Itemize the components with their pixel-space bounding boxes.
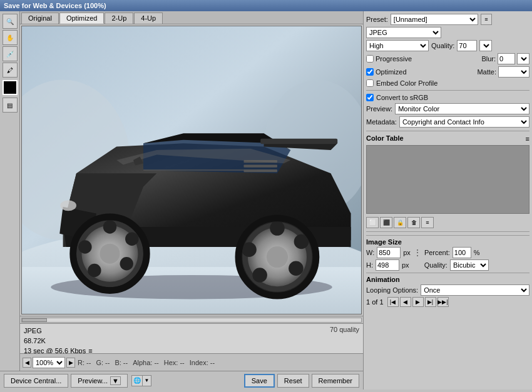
eyedropper-tool[interactable]: 💉 [3, 46, 18, 61]
svg-point-34 [252, 268, 267, 283]
w-label: W: [366, 249, 374, 256]
ct-lock-btn[interactable]: 🔒 [394, 217, 406, 228]
image-size-section: Image Size W: px ⋮ Percent: % H: px Qual… [366, 235, 529, 271]
preview-select[interactable]: Monitor Color [395, 103, 529, 114]
r-value: R: -- [78, 359, 91, 366]
blur-label: Blur: [481, 55, 496, 63]
svg-point-31 [270, 221, 285, 236]
tab-2up[interactable]: 2-Up [105, 13, 133, 24]
progressive-checkbox[interactable] [366, 55, 374, 63]
svg-point-39 [60, 200, 76, 211]
size-row-h: H: px Quality: Bicubic Bilinear Nearest [366, 259, 529, 271]
anim-play-btn[interactable]: ▶ [412, 297, 424, 307]
color-profile-dropdown-icon[interactable]: ▼ [143, 375, 151, 386]
h-unit: px [402, 261, 409, 269]
bottom-bar: ◀ 100% 50% 200% ▶ R: -- G: -- B: -- Alph… [20, 353, 363, 371]
title-bar: Save for Web & Devices (100%) [0, 0, 532, 11]
eyedropper2-tool[interactable]: 🖍 [3, 63, 18, 78]
preset-select[interactable]: [Unnamed] [391, 14, 478, 25]
convert-srgb-checkbox[interactable] [366, 94, 374, 101]
percent-label: Percent: [424, 249, 450, 256]
tab-optimized[interactable]: Optimized [59, 13, 105, 24]
reset-button[interactable]: Reset [277, 374, 309, 388]
tab-original[interactable]: Original [21, 13, 59, 24]
anim-first-btn[interactable]: |◀ [387, 297, 399, 307]
preview-button[interactable]: Preview... ▼ [71, 374, 128, 388]
metadata-label: Metadata: [366, 118, 397, 126]
svg-point-23 [120, 257, 133, 270]
percent-input[interactable] [453, 247, 471, 258]
svg-point-21 [103, 220, 116, 233]
zoom-prev-btn[interactable]: ◀ [23, 358, 31, 368]
optimized-checkbox[interactable] [366, 68, 374, 76]
zoom-select[interactable]: 100% 50% 200% [33, 357, 65, 368]
foreground-background-swatch[interactable] [3, 80, 18, 95]
ct-menu-btn[interactable]: ≡ [421, 217, 434, 228]
preset-label: Preset: [366, 16, 388, 23]
ct-delete-btn[interactable]: 🗑 [407, 217, 420, 228]
anim-prev-btn[interactable]: ◀ [400, 297, 411, 307]
preview-row: Preview: Monitor Color [366, 103, 529, 114]
remember-button[interactable]: Remember [312, 374, 359, 388]
ct-select-btn[interactable]: ⬛ [380, 217, 392, 228]
optimized-matte-row: Optimized Matte: [366, 66, 529, 78]
animation-label: Animation [366, 276, 529, 283]
matte-label: Matte: [477, 68, 496, 76]
height-input[interactable] [376, 259, 399, 271]
looping-select[interactable]: Once Forever Other... [421, 284, 529, 296]
anim-last-btn[interactable]: ▶▶| [437, 297, 449, 307]
looping-label: Looping Options: [366, 286, 418, 294]
format-select[interactable]: JPEG PNG-8 PNG-24 GIF [366, 27, 441, 38]
quality-label2: Quality: [424, 261, 448, 269]
status-bar: JPEG 68.72K 13 sec @ 56.6 Kbps ≡ 70 qual… [20, 323, 363, 353]
b-value: B: -- [115, 359, 128, 366]
quality-input[interactable] [457, 40, 477, 51]
index-value: Index: -- [190, 359, 215, 366]
slice-tool[interactable]: ▤ [3, 98, 18, 113]
animation-controls: 1 of 1 |◀ ◀ ▶ ▶| ▶▶| [366, 297, 529, 307]
color-table-area [366, 145, 529, 214]
resample-select[interactable]: Bicubic Bilinear Nearest [450, 259, 489, 271]
frame-count-label: 1 of 1 [366, 298, 384, 306]
color-profile-icon[interactable]: 🌐 [131, 375, 143, 386]
width-input[interactable] [377, 247, 401, 258]
preset-menu-btn[interactable]: ≡ [481, 14, 492, 25]
quality-preset-select[interactable]: High Low Medium Maximum [366, 40, 429, 51]
format-row: JPEG PNG-8 PNG-24 GIF [366, 27, 529, 38]
color-table-label: Color Table [366, 134, 404, 142]
device-central-button[interactable]: Device Central... [4, 374, 68, 388]
save-button[interactable]: Save [244, 374, 275, 388]
tab-4up[interactable]: 4-Up [134, 13, 163, 24]
quality-label: Quality: [431, 42, 454, 49]
hex-value: Hex: -- [164, 359, 185, 366]
zoom-next-btn[interactable]: ▶ [66, 358, 75, 368]
zoom-tool[interactable]: 🔍 [3, 14, 18, 29]
quality-row: High Low Medium Maximum Quality: ▼ [366, 40, 529, 51]
hand-tool[interactable]: ✋ [3, 30, 18, 45]
preview-dropdown-icon[interactable]: ▼ [110, 376, 121, 385]
h-label: H: [366, 261, 373, 269]
horizontal-scrollbar[interactable] [20, 316, 363, 323]
status-quality: 70 quality [330, 326, 359, 333]
anim-next-btn[interactable]: ▶| [425, 297, 436, 307]
svg-point-33 [289, 261, 304, 276]
animation-section: Animation Looping Options: Once Forever … [366, 273, 529, 307]
status-size: 68.72K [24, 336, 93, 346]
channel-display: R: -- G: -- B: -- Alpha: -- Hex: -- Inde… [78, 359, 215, 366]
alpha-value: Alpha: -- [133, 359, 159, 366]
svg-point-20 [100, 244, 120, 264]
embed-color-checkbox[interactable] [366, 79, 374, 87]
tab-bar: Original Optimized 2-Up 4-Up [20, 11, 363, 24]
svg-point-24 [88, 264, 101, 277]
color-table-header: Color Table ≡ [366, 134, 529, 143]
action-buttons-bar: Device Central... Preview... ▼ 🌐 ▼ Save … [0, 371, 363, 389]
embed-color-row: Embed Color Profile [366, 79, 529, 87]
metadata-select[interactable]: Copyright and Contact Info All None [399, 116, 529, 128]
quality-arrow-select[interactable]: ▼ [479, 40, 492, 51]
matte-select[interactable] [498, 66, 529, 78]
image-canvas [21, 26, 362, 314]
blur-arrow-select[interactable]: ▼ [517, 53, 529, 64]
color-table-menu[interactable]: ≡ [526, 135, 529, 143]
ct-new-btn[interactable]: ⬜ [366, 217, 379, 228]
blur-input[interactable] [498, 53, 515, 64]
